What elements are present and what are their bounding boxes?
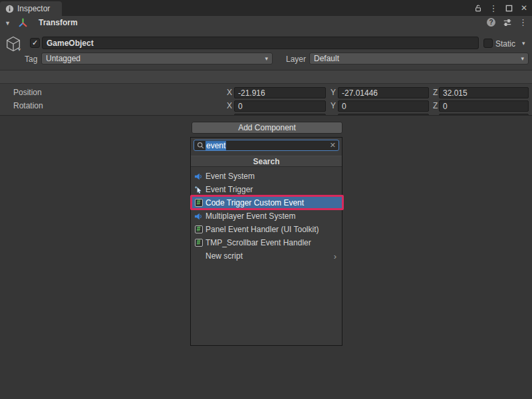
unlock-icon[interactable] bbox=[473, 3, 483, 13]
csharp-script-icon: # bbox=[194, 239, 203, 247]
rotation-row: Rotation X 0 Y 0 Z 0 bbox=[0, 100, 532, 113]
axis-z-label: Z bbox=[433, 101, 438, 110]
axis-y-label: Y bbox=[331, 101, 336, 110]
component-search-input[interactable]: event ✕ bbox=[194, 140, 339, 151]
info-icon bbox=[5, 5, 14, 13]
position-label: Position bbox=[13, 88, 42, 97]
search-query-text: event bbox=[205, 141, 226, 150]
transform-header-icons: ? ⋮ bbox=[486, 17, 528, 27]
rotation-y-field[interactable]: 0 bbox=[338, 100, 429, 112]
list-item-event-trigger[interactable]: Event Trigger bbox=[191, 183, 342, 196]
gameobject-name-field[interactable]: GameObject bbox=[42, 37, 479, 49]
static-checkbox[interactable] bbox=[483, 39, 493, 48]
inspector-header-area: ▾ ✓ GameObject Static ▾ Tag Untagged ▾ L… bbox=[0, 16, 532, 115]
menu-kebab-icon[interactable]: ⋮ bbox=[488, 3, 499, 13]
position-z-field[interactable]: 32.015 bbox=[439, 87, 529, 98]
transform-gizmo-icon bbox=[17, 17, 29, 31]
clear-search-icon[interactable]: ✕ bbox=[330, 141, 336, 150]
list-item-panel-event-handler[interactable]: # Panel Event Handler (UI Toolkit) bbox=[191, 223, 342, 236]
add-component-popup: event ✕ Search Event System bbox=[190, 137, 342, 346]
transform-header[interactable] bbox=[0, 70, 532, 84]
layer-value: Default bbox=[314, 54, 339, 63]
tab-label: Inspector bbox=[17, 4, 50, 13]
axis-z-label: Z bbox=[433, 88, 438, 97]
position-x-field[interactable]: -21.916 bbox=[234, 87, 326, 98]
chevron-right-icon: › bbox=[334, 251, 336, 261]
list-item-new-script[interactable]: New script › bbox=[191, 249, 342, 263]
tab-bar: Inspector ⋮ ✕ bbox=[0, 0, 532, 16]
component-kebab-icon[interactable]: ⋮ bbox=[518, 17, 528, 27]
close-icon[interactable]: ✕ bbox=[519, 3, 529, 13]
foldout-icon[interactable]: ▼ bbox=[5, 20, 11, 27]
tag-label: Tag bbox=[25, 55, 37, 64]
list-item-tmp-scrollbar-event-handler[interactable]: # TMP_Scrollbar Event Handler bbox=[191, 236, 342, 249]
caret-down-icon: ▾ bbox=[265, 55, 268, 62]
maximize-icon[interactable] bbox=[503, 3, 514, 13]
event-system-icon bbox=[194, 212, 203, 221]
position-y-field[interactable]: -27.01446 bbox=[338, 87, 429, 98]
list-item-multiplayer-event-system[interactable]: Multiplayer Event System bbox=[191, 209, 342, 223]
search-icon bbox=[197, 142, 204, 149]
csharp-script-icon: # bbox=[194, 199, 203, 207]
csharp-script-icon: # bbox=[194, 225, 203, 234]
layer-dropdown[interactable]: Default ▾ bbox=[309, 53, 529, 65]
axis-x-label: X bbox=[227, 101, 232, 110]
unity-inspector-window: Inspector ⋮ ✕ ▾ bbox=[0, 0, 532, 399]
axis-y-label: Y bbox=[331, 88, 336, 97]
presets-icon[interactable] bbox=[502, 17, 512, 27]
list-item-code-trigger-custom-event[interactable]: # Code Trigger Custom Event bbox=[191, 196, 342, 209]
tab-inspector[interactable]: Inspector bbox=[0, 1, 62, 16]
tag-dropdown[interactable]: Untagged ▾ bbox=[41, 53, 273, 65]
gameobject-name: GameObject bbox=[47, 39, 94, 48]
rotation-z-field[interactable]: 0 bbox=[439, 100, 529, 112]
search-results-header: Search bbox=[191, 156, 342, 167]
add-component-button[interactable]: Add Component bbox=[192, 122, 342, 134]
help-icon[interactable]: ? bbox=[486, 17, 496, 27]
active-checkbox[interactable]: ✓ bbox=[30, 38, 40, 48]
tag-value: Untagged bbox=[46, 54, 80, 63]
rotation-x-field[interactable]: 0 bbox=[234, 100, 326, 112]
caret-down-icon: ▾ bbox=[521, 55, 524, 62]
static-dropdown-caret-icon[interactable]: ▾ bbox=[522, 40, 525, 47]
gameobject-caret-icon[interactable]: ▾ bbox=[18, 47, 21, 53]
check-icon: ✓ bbox=[32, 39, 38, 47]
transform-title: Transform bbox=[39, 18, 78, 27]
axis-x-label: X bbox=[227, 88, 232, 97]
position-row: Position X -21.916 Y -27.01446 Z 32.015 bbox=[0, 86, 532, 100]
static-label: Static bbox=[495, 39, 515, 49]
event-system-icon bbox=[194, 172, 203, 181]
rotation-label: Rotation bbox=[13, 101, 43, 110]
layer-label: Layer bbox=[286, 55, 306, 64]
list-item-event-system[interactable]: Event System bbox=[191, 170, 342, 183]
gameobject-icon[interactable] bbox=[4, 35, 24, 55]
window-controls: ⋮ ✕ bbox=[473, 0, 529, 16]
event-trigger-icon bbox=[194, 186, 203, 194]
component-list: Event System Event Trigger # Cod bbox=[191, 170, 342, 263]
